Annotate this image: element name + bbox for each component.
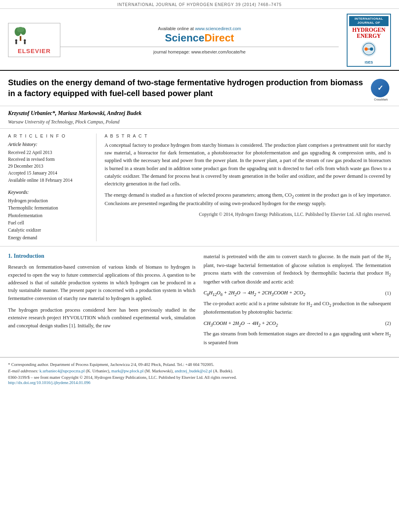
hydrogen-logo-sub-text: ISES [349,60,389,64]
hydrogen-logo-circle-icon [361,41,377,57]
section-heading: 1. Introduction [8,253,195,259]
abstract-header: A B S T R A C T [105,134,391,138]
email-addresses: E-mail addresses: k.urbaniec4@upcpoczta.… [8,368,391,374]
elsevier-tree-icon [12,26,29,46]
article-title-section: Studies on the energy demand of two-stag… [0,71,399,106]
hydrogen-logo-main-text: HYDROGEN ENERGY [349,27,389,39]
intro-para-1: Research on fermentation-based conversio… [8,263,195,302]
equation-2: CH3COOH + 2H2O → 4H2 + 2CO2 (2) [204,320,391,327]
article-info-header: A R T I C L E I N F O [8,134,90,138]
article-info-section: A R T I C L E I N F O Article history: R… [0,129,399,247]
history-label: Article history: [8,142,90,148]
crossmark-icon: ✓ [371,79,389,97]
journal-header-bar: INTERNATIONAL JOURNAL OF HYDROGEN ENERGY… [0,0,399,9]
intro-para-2: The hydrogen production process consider… [8,306,195,330]
abstract-para-1: A conceptual factory to produce hydrogen… [105,142,391,188]
right-para-2: The co-product acetic acid is a prime su… [204,300,391,316]
right-para-1: material is pretreated with the aim to c… [204,253,391,286]
issn-text: 0360-3199/$ – see front matter Copyright… [8,374,391,381]
equation-2-formula: CH3COOH + 2H2O → 4H2 + 2CO2 [204,320,278,327]
keyword-6: Energy demand [8,234,90,241]
history-revised-date: 29 December 2013 [8,163,90,170]
section-title: Introduction [14,253,44,259]
abstract-copyright: Copyright © 2014, Hydrogen Energy Public… [105,211,391,218]
sciencedirect-url[interactable]: www.sciencedirect.com [195,26,241,31]
right-content: material is pretreated with the aim to c… [204,253,391,351]
svg-rect-7 [24,41,26,44]
authors: Krzysztof Urbaniec*, Mariusz Markowski, … [8,110,391,117]
history-online: Available online 18 February 2014 [8,177,90,184]
email-link-3[interactable]: andrzej_budek@o2.pl [175,369,212,373]
abstract-text: A conceptual factory to produce hydrogen… [105,142,391,218]
equation-1-formula: C6H12O6 + 2H2O → 4H2 + 2CH3COOH + 2CO2 [204,290,305,297]
keyword-5: Catalytic oxidizer [8,226,90,234]
doi-link[interactable]: http://dx.doi.org/10.1016/j.ijhydene.201… [8,380,90,385]
history-accepted: Accepted 15 January 2014 [8,170,90,177]
crossmark-badge: ✓ CrossMark [371,79,391,101]
article-title: Studies on the energy demand of two-stag… [8,77,367,99]
svg-point-10 [364,47,368,51]
keyword-2: Thermophilic fermentation [8,204,90,212]
svg-point-4 [15,39,17,41]
abstract-para-2: The energy demand is studied as a functi… [105,191,391,208]
affiliation: Warsaw University of Technology, Płock C… [8,119,391,125]
elsevier-text: ELSEVIER [12,47,56,54]
equation-2-number: (2) [385,320,391,327]
keyword-1: Hydrogen production [8,197,90,204]
crossmark-label: CrossMark [371,98,391,101]
svg-point-11 [370,47,373,51]
right-para-3: The gas streams from both fermentation s… [204,330,391,347]
hydrogen-logo-top-text: INTERNATIONAL JOURNAL OF [349,16,389,26]
hydrogen-energy-logo: INTERNATIONAL JOURNAL OF HYDROGEN ENERGY… [339,14,391,67]
journal-header-text: INTERNATIONAL JOURNAL OF HYDROGEN ENERGY… [117,2,282,7]
doi-line: http://dx.doi.org/10.1016/j.ijhydene.201… [8,380,391,385]
keywords-section: Keywords: Hydrogen production Thermophil… [8,189,90,241]
history-revised-label: Received in revised form [8,156,90,163]
svg-rect-5 [15,41,17,44]
available-online-text: Available online at www.sciencedirect.co… [60,26,339,31]
equation-1: C6H12O6 + 2H2O → 4H2 + 2CH3COOH + 2CO2 (… [204,290,391,297]
article-history: Article history: Received 22 April 2013 … [8,142,90,184]
authors-section: Krzysztof Urbaniec*, Mariusz Markowski, … [0,106,399,129]
publisher-header: ELSEVIER Available online at www.science… [0,9,399,71]
svg-point-2 [17,27,25,32]
email-link-1[interactable]: k.urbaniec4@upcpoczta.pl [39,369,84,373]
footnote-area: * Corresponding author. Department of Pr… [0,357,399,387]
keyword-4: Fuel cell [8,219,90,226]
email-link-2[interactable]: mark@pw.plock.pl [111,369,144,373]
journal-homepage: journal homepage: www.elsevier.com/locat… [60,49,339,54]
introduction-section: 1. Introduction Research on fermentation… [8,253,195,351]
abstract-section: A B S T R A C T A conceptual factory to … [105,134,391,242]
keywords-label: Keywords: [8,189,90,195]
history-received: Received 22 April 2013 [8,149,90,156]
svg-point-6 [24,39,26,41]
keyword-3: Photofermentation [8,212,90,219]
elsevier-logo: ELSEVIER [8,23,60,57]
article-info-left: A R T I C L E I N F O Article history: R… [8,134,97,242]
main-content: 1. Introduction Research on fermentation… [0,246,399,351]
equation-1-number: (1) [385,290,391,296]
svg-rect-3 [20,36,21,41]
center-header: Available online at www.sciencedirect.co… [60,26,339,54]
sciencedirect-logo: ScienceDirect [60,32,339,44]
section-number: 1. [8,253,12,259]
corresponding-author: * Corresponding author. Department of Pr… [8,362,391,368]
